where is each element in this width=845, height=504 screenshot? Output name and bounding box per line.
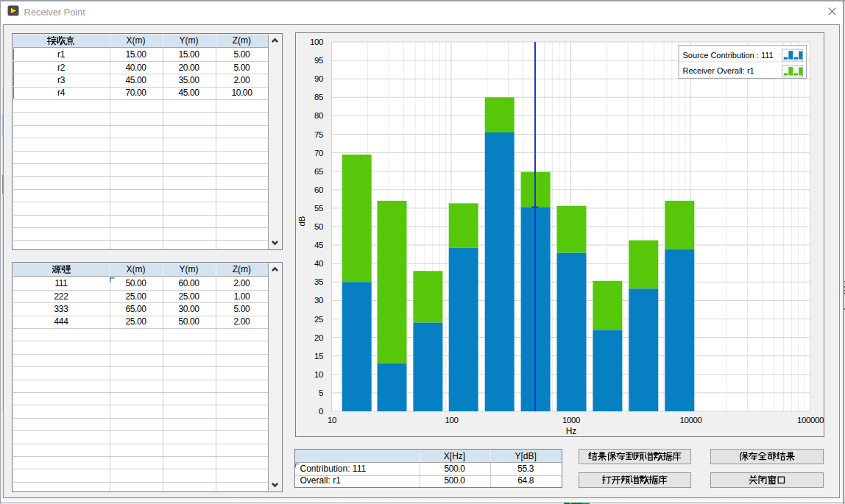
svg-text:75: 75	[314, 130, 323, 139]
svg-text:80: 80	[314, 111, 323, 120]
svg-text:60: 60	[314, 185, 323, 194]
svg-text:100: 100	[310, 38, 323, 46]
svg-text:15: 15	[314, 352, 323, 361]
svg-text:10: 10	[314, 370, 323, 379]
svg-text:55: 55	[314, 204, 323, 213]
svg-text:40: 40	[314, 259, 323, 268]
svg-text:45: 45	[314, 241, 323, 249]
svg-text:dB: dB	[297, 216, 306, 226]
svg-text:10000: 10000	[679, 416, 701, 425]
svg-text:Receiver Overall: r1: Receiver Overall: r1	[682, 66, 754, 75]
svg-text:35: 35	[314, 277, 323, 286]
svg-text:1000: 1000	[562, 416, 580, 425]
svg-text:85: 85	[314, 93, 323, 102]
svg-text:90: 90	[314, 74, 323, 83]
svg-text:70: 70	[314, 149, 323, 157]
svg-text:10: 10	[328, 416, 336, 425]
svg-text:25: 25	[314, 315, 323, 324]
svg-text:Hz: Hz	[565, 426, 576, 436]
svg-text:50: 50	[314, 222, 323, 231]
svg-text:100: 100	[445, 416, 458, 425]
svg-text:5: 5	[319, 388, 323, 397]
svg-text:0: 0	[319, 407, 323, 416]
svg-text:Source Contribution : 111: Source Contribution : 111	[682, 51, 773, 60]
svg-text:20: 20	[314, 333, 323, 342]
svg-text:65: 65	[314, 167, 323, 176]
svg-text:100000: 100000	[797, 416, 824, 425]
svg-text:95: 95	[314, 56, 323, 65]
svg-text:30: 30	[314, 296, 323, 305]
